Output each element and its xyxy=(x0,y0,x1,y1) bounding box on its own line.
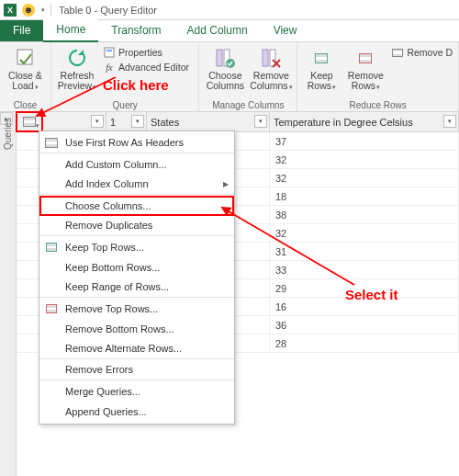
group-manage-columns: Choose Columns Remove Columns▾ Manage Co… xyxy=(199,42,297,111)
filter-icon[interactable]: ▾ xyxy=(254,115,267,128)
keep-rows-button[interactable]: Keep Rows▾ xyxy=(303,44,340,92)
keep-rows-icon xyxy=(309,46,333,70)
col-header-1[interactable]: 1▾ xyxy=(106,112,147,131)
menu-keep-top-rows[interactable]: Keep Top Rows... xyxy=(39,237,234,257)
data-grid: ▾ ▾ 1▾ States▾ Temperature in Degree Cel… xyxy=(17,112,459,476)
menu-keep-bottom-rows[interactable]: Keep Bottom Rows... xyxy=(39,257,234,278)
remove-dup-icon xyxy=(391,46,404,59)
svg-rect-6 xyxy=(263,50,268,66)
tab-view[interactable]: View xyxy=(261,20,310,41)
remove-rows-button[interactable]: Remove Rows▾ xyxy=(345,44,386,92)
group-label-reduce: Reduce Rows xyxy=(303,99,453,110)
filter-icon[interactable]: ▾ xyxy=(131,115,144,128)
menu-remove-top-rows[interactable]: Remove Top Rows... xyxy=(39,299,234,319)
reduce-stack: Remove D xyxy=(391,44,453,92)
group-close: Close & Load▾ Close xyxy=(0,42,51,111)
query-stack: Properties fxAdvanced Editor xyxy=(103,44,189,92)
col-header-temperature[interactable]: Temperature in Degree Celsius▾ xyxy=(270,112,459,131)
tab-transform[interactable]: Transform xyxy=(98,20,174,41)
table-icon xyxy=(44,135,59,150)
menu-remove-errors[interactable]: Remove Errors xyxy=(39,360,234,380)
queries-pane-collapsed[interactable]: ▸ Queries xyxy=(0,112,17,476)
choose-columns-icon xyxy=(213,46,237,70)
group-reduce-rows: Keep Rows▾ Remove Rows▾ Remove D Reduce … xyxy=(297,42,459,111)
cell-temp: 32 xyxy=(270,151,459,168)
menu-remove-bottom-rows[interactable]: Remove Bottom Rows... xyxy=(39,319,234,339)
choose-columns-button[interactable]: Choose Columns xyxy=(205,44,245,92)
quick-access-toolbar: ☻ ▾ Table 0 - Query Editor xyxy=(0,0,459,20)
remove-rows-icon xyxy=(353,46,377,70)
cell-temp: 28 xyxy=(270,334,459,352)
menu-keep-range-rows[interactable]: Keep Range of Rows... xyxy=(39,278,234,298)
refresh-icon xyxy=(65,46,89,70)
filter-icon[interactable]: ▾ xyxy=(443,115,456,128)
svg-rect-1 xyxy=(105,48,114,57)
remove-columns-button[interactable]: Remove Columns▾ xyxy=(251,44,291,92)
cell-temp: 33 xyxy=(270,261,459,278)
menu-append-queries[interactable]: Append Queries... xyxy=(39,402,234,422)
remove-duplicates-button[interactable]: Remove D xyxy=(391,46,453,59)
queries-label: Queries xyxy=(3,118,13,150)
remove-top-icon xyxy=(44,301,59,316)
close-load-label: Close & Load▾ xyxy=(6,71,45,92)
column-headers: ▾ ▾ 1▾ States▾ Temperature in Degree Cel… xyxy=(17,112,459,132)
data-area: ▸ Queries ▾ ▾ 1▾ States▾ Temperature in … xyxy=(0,112,459,476)
svg-rect-7 xyxy=(270,50,275,66)
table-context-menu: Use First Row As Headers Add Custom Colu… xyxy=(39,130,235,425)
menu-remove-duplicates[interactable]: Remove Duplicates xyxy=(39,216,234,236)
col-header-states[interactable]: States▾ xyxy=(147,112,270,131)
separator xyxy=(50,4,51,17)
tab-add-column[interactable]: Add Column xyxy=(174,20,261,41)
remove-rows-label: Remove Rows▾ xyxy=(345,71,386,92)
menu-merge-queries[interactable]: Merge Queries... xyxy=(39,381,234,402)
remove-columns-label: Remove Columns▾ xyxy=(250,71,292,92)
svg-rect-2 xyxy=(106,50,112,51)
refresh-label: Refresh Preview▾ xyxy=(57,71,97,92)
keep-top-icon xyxy=(44,240,59,255)
col-header-blank[interactable]: ▾ xyxy=(42,112,106,131)
advanced-editor-button[interactable]: fxAdvanced Editor xyxy=(103,61,189,74)
cell-temp: 31 xyxy=(270,243,459,260)
smiley-icon[interactable]: ☻ xyxy=(22,4,35,17)
menu-remove-alternate-rows[interactable]: Remove Alternate Rows... xyxy=(39,339,234,359)
group-query: Refresh Preview▾ Properties fxAdvanced E… xyxy=(51,42,199,111)
menu-choose-columns[interactable]: Choose Columns... xyxy=(39,196,234,216)
window-title: Table 0 - Query Editor xyxy=(59,5,157,16)
submenu-arrow-icon: ▶ xyxy=(223,180,229,188)
close-load-button[interactable]: Close & Load▾ xyxy=(6,44,45,92)
menu-first-row-headers[interactable]: Use First Row As Headers xyxy=(39,133,234,153)
tab-home[interactable]: Home xyxy=(43,19,98,42)
cell-temp: 36 xyxy=(270,316,459,334)
keep-rows-label: Keep Rows▾ xyxy=(303,71,340,92)
close-load-icon xyxy=(14,46,38,70)
group-label-query: Query xyxy=(57,99,193,110)
filter-icon[interactable]: ▾ xyxy=(91,115,104,128)
cell-temp: 37 xyxy=(270,132,459,150)
cell-temp: 32 xyxy=(270,169,459,187)
cell-temp: 38 xyxy=(270,206,459,223)
cell-temp: 29 xyxy=(270,279,459,297)
excel-icon xyxy=(4,4,17,17)
menu-add-custom-column[interactable]: Add Custom Column... xyxy=(39,154,234,175)
cell-temp: 16 xyxy=(270,298,459,315)
group-label-manage: Manage Columns xyxy=(205,99,291,110)
svg-rect-3 xyxy=(217,50,222,66)
tab-file[interactable]: File xyxy=(0,20,43,41)
choose-columns-label: Choose Columns xyxy=(205,71,245,91)
ribbon-tabs: File Home Transform Add Column View xyxy=(0,20,459,42)
table-menu-button[interactable]: ▾ xyxy=(17,112,42,131)
refresh-preview-button[interactable]: Refresh Preview▾ xyxy=(57,44,97,92)
cell-temp: 32 xyxy=(270,224,459,242)
properties-button[interactable]: Properties xyxy=(103,46,189,59)
group-label-close: Close xyxy=(6,99,45,110)
cell-temp: 18 xyxy=(270,187,459,205)
properties-icon xyxy=(103,46,116,59)
remove-columns-icon xyxy=(259,46,283,70)
menu-add-index-column[interactable]: Add Index Column▶ xyxy=(39,175,234,195)
ribbon: Close & Load▾ Close Refresh Preview▾ Pro… xyxy=(0,42,459,112)
advanced-editor-icon: fx xyxy=(103,61,116,74)
qat-dropdown-icon[interactable]: ▾ xyxy=(41,6,45,14)
